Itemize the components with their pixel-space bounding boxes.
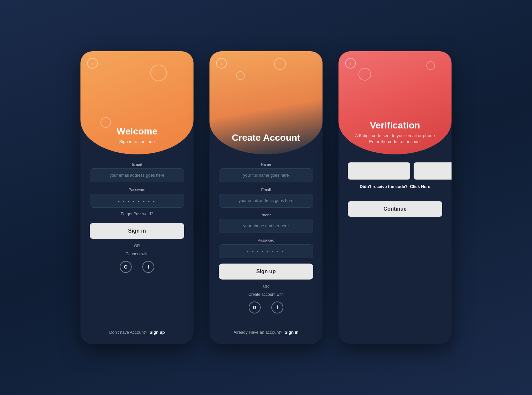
signin-link[interactable]: Already Have an account? Sign in: [233, 325, 298, 335]
create-header-bg: ‹ Create Account: [209, 51, 323, 154]
create-password-field-group: Password ● ● ● ● ● ● ● ●: [219, 238, 313, 258]
bottom-text: Don't have Account?: [109, 330, 147, 335]
welcome-card: ‹ Welcome Sign in to continue Email Pass…: [80, 51, 194, 344]
create-or-divider: OR: [263, 284, 269, 289]
signin-button[interactable]: Sign in: [90, 223, 184, 239]
verification-card: ‹ Verification A 6-digit code sent to yo…: [338, 51, 452, 344]
welcome-header-bg: ‹ Welcome Sign in to continue: [80, 51, 194, 154]
verify-header: ‹ Verification A 6-digit code sent to yo…: [338, 51, 452, 154]
create-account-card: ‹ Create Account Name Email Phone Passwo…: [209, 51, 323, 344]
create-with-label: Create account with: [248, 292, 284, 297]
social-divider: |: [136, 264, 138, 270]
create-password-input[interactable]: ● ● ● ● ● ● ● ●: [219, 244, 313, 258]
create-password-dots: ● ● ● ● ● ● ● ●: [247, 250, 285, 253]
deco-circle-4: [236, 71, 245, 80]
facebook-icon[interactable]: f: [142, 261, 154, 273]
deco-circle-5: [358, 68, 371, 81]
create-body: Name Email Phone Password ● ● ● ● ● ● ● …: [209, 154, 323, 344]
create-header: ‹ Create Account: [209, 51, 323, 154]
email-input[interactable]: [90, 168, 184, 182]
social-icons: G | f: [120, 261, 154, 273]
code-input-row: [348, 162, 442, 180]
create-title: Create Account: [232, 132, 300, 143]
create-back-button[interactable]: ‹: [216, 58, 227, 69]
create-social-icons: G | f: [249, 301, 283, 313]
resend-prefix: Didn't receive the code?: [360, 184, 408, 189]
welcome-subtitle: Sign in to continue: [119, 139, 155, 145]
phone-label: Phone: [219, 213, 313, 217]
verify-back-button[interactable]: ‹: [345, 58, 356, 69]
welcome-body: Email Password ● ● ● ● ● ● ● ● Forgot Pa…: [80, 154, 194, 344]
already-account-text: Already Have an account?: [233, 330, 282, 335]
or-divider: OR: [134, 244, 140, 248]
resend-text: Didn't receive the code? Click Here: [360, 184, 430, 189]
deco-circle-6: [426, 61, 435, 70]
back-button[interactable]: ‹: [87, 58, 98, 69]
password-dots: ● ● ● ● ● ● ● ●: [118, 200, 156, 203]
name-field-group: Name: [219, 162, 313, 182]
signup-button[interactable]: Sign up: [219, 264, 313, 280]
welcome-title: Welcome: [117, 126, 157, 137]
name-label: Name: [219, 162, 313, 166]
password-label: Password: [90, 188, 184, 192]
forgot-password-link[interactable]: Forgot Password?: [90, 212, 184, 216]
phone-input[interactable]: [219, 219, 313, 233]
name-input[interactable]: [219, 168, 313, 182]
deco-circle-3: [274, 58, 286, 70]
create-google-icon[interactable]: G: [249, 301, 261, 313]
code-digit-1[interactable]: [348, 162, 410, 180]
deco-circle-1: [150, 65, 167, 81]
password-field-group: Password ● ● ● ● ● ● ● ●: [90, 188, 184, 208]
verify-subtitle: A 6-digit code sent to your email or pho…: [355, 133, 435, 145]
continue-button[interactable]: Continue: [348, 201, 442, 217]
phone-field-group: Phone: [219, 213, 313, 233]
code-digit-2[interactable]: [414, 162, 452, 180]
create-email-label: Email: [219, 188, 313, 192]
create-email-input[interactable]: [219, 194, 313, 208]
verify-title: Verification: [370, 120, 420, 131]
welcome-header: ‹ Welcome Sign in to continue: [80, 51, 194, 154]
create-social-divider: |: [265, 304, 267, 310]
resend-link[interactable]: Click Here: [410, 184, 430, 189]
email-label: Email: [90, 162, 184, 166]
signin-link-text[interactable]: Sign in: [285, 330, 299, 335]
signup-link-text[interactable]: Sign up: [150, 330, 165, 335]
create-email-field-group: Email: [219, 188, 313, 208]
verify-header-bg: ‹ Verification A 6-digit code sent to yo…: [338, 51, 452, 154]
email-field-group: Email: [90, 162, 184, 182]
connect-with-label: Connect with: [125, 252, 148, 256]
password-input[interactable]: ● ● ● ● ● ● ● ●: [90, 194, 184, 208]
deco-circle-2: [100, 117, 111, 128]
google-icon[interactable]: G: [120, 261, 132, 273]
signup-link[interactable]: Don't have Account? Sign up: [109, 325, 165, 335]
create-facebook-icon[interactable]: f: [271, 301, 283, 313]
create-password-label: Password: [219, 238, 313, 242]
verify-body: Didn't receive the code? Click Here Cont…: [338, 154, 452, 344]
